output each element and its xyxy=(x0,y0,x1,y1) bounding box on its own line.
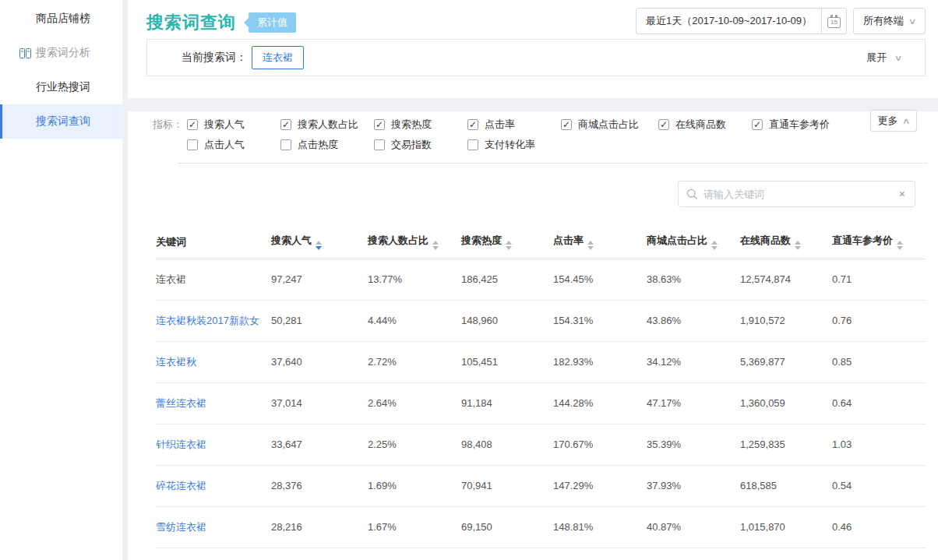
metric-value-cell: 4.44% xyxy=(368,300,461,341)
keyword-link[interactable]: 碎花连衣裙 xyxy=(156,480,206,491)
checkbox-checked-icon[interactable] xyxy=(752,119,763,130)
metric-checkbox-点击人气[interactable]: 点击人气 xyxy=(187,138,280,152)
checkbox-unchecked-icon[interactable] xyxy=(374,139,385,150)
metric-value-cell: 40.87% xyxy=(647,506,740,548)
metric-checkbox-点击热度[interactable]: 点击热度 xyxy=(280,138,374,152)
column-header-label: 直通车参考价 xyxy=(832,234,893,246)
metric-checkbox-搜索人气[interactable]: 搜索人气 xyxy=(187,118,280,132)
metric-value-cell: 37,640 xyxy=(271,341,368,382)
metric-value-cell: 91,184 xyxy=(461,382,553,424)
metric-value-cell: 1,259,835 xyxy=(740,424,832,465)
expand-toggle[interactable]: 展开 ∨ xyxy=(866,51,901,65)
sidebar-item-label: 搜索词分析 xyxy=(36,46,90,60)
sort-icon[interactable] xyxy=(316,241,322,250)
keyword-link[interactable]: 连衣裙秋装2017新款女 xyxy=(156,315,259,326)
column-header-商城点击占比[interactable]: 商城点击占比 xyxy=(647,226,740,259)
checkbox-unchecked-icon[interactable] xyxy=(280,139,291,150)
keywords-table: 关键词搜索人气搜索人数占比搜索热度点击率商城点击占比在线商品数直通车参考价 连衣… xyxy=(156,226,926,548)
table-row: 雪纺连衣裙28,2161.67%69,150148.81%40.87%1,015… xyxy=(156,506,926,548)
sidebar-item-label: 搜索词查询 xyxy=(36,114,90,129)
metric-checkbox-交易指数[interactable]: 交易指数 xyxy=(374,138,467,152)
metric-checkbox-直通车参考价[interactable]: 直通车参考价 xyxy=(752,118,845,132)
column-header-label: 商城点击占比 xyxy=(647,234,707,246)
current-search-word-tag[interactable]: 连衣裙 xyxy=(252,46,304,69)
calendar-button[interactable]: 15 xyxy=(821,9,846,33)
checkbox-checked-icon[interactable] xyxy=(374,119,385,130)
keyword-link[interactable]: 针织连衣裙 xyxy=(156,438,206,450)
checkbox-checked-icon[interactable] xyxy=(658,119,669,130)
sort-icon[interactable] xyxy=(587,241,594,250)
metric-checkbox-搜索人数占比[interactable]: 搜索人数占比 xyxy=(280,118,374,132)
table-row: 碎花连衣裙28,3761.69%70,941147.29%37.93%618,5… xyxy=(156,465,926,506)
metric-label: 点击率 xyxy=(485,118,515,132)
metric-value-cell: 105,451 xyxy=(461,341,553,382)
metric-value-cell: 1,360,059 xyxy=(740,382,832,424)
sidebar-divider xyxy=(122,0,128,560)
keyword-search-input[interactable] xyxy=(704,188,897,200)
column-header-搜索人数占比[interactable]: 搜索人数占比 xyxy=(368,226,461,259)
metric-label: 搜索人气 xyxy=(204,118,245,132)
metric-checkbox-搜索热度[interactable]: 搜索热度 xyxy=(374,118,467,132)
clear-search-icon[interactable]: × xyxy=(897,188,907,200)
checkbox-checked-icon[interactable] xyxy=(280,119,291,130)
metric-checkbox-商城点击占比[interactable]: 商城点击占比 xyxy=(561,118,658,132)
metric-value-cell: 13.77% xyxy=(368,259,461,300)
metric-value-cell: 0.46 xyxy=(832,506,926,548)
column-header-点击率[interactable]: 点击率 xyxy=(553,226,647,259)
sidebar-item-search-word-query[interactable]: 搜索词查询 xyxy=(0,104,122,139)
metric-value-cell: 43.86% xyxy=(647,300,740,341)
metric-value-cell: 2.25% xyxy=(368,424,461,465)
metric-value-cell: 28,376 xyxy=(271,465,368,506)
date-range-picker[interactable]: 最近1天（2017-10-09~2017-10-09） 15 xyxy=(636,8,847,34)
keyword-link[interactable]: 雪纺连衣裙 xyxy=(156,521,206,533)
keyword-link[interactable]: 连衣裙秋 xyxy=(156,356,196,368)
metric-checkbox-支付转化率[interactable]: 支付转化率 xyxy=(467,138,561,152)
sort-icon[interactable] xyxy=(432,241,439,250)
metric-value-cell: 1,910,572 xyxy=(740,300,832,341)
checkbox-checked-icon[interactable] xyxy=(561,119,572,130)
chevron-up-icon: ∧ xyxy=(902,116,911,126)
chevron-down-icon: ∨ xyxy=(908,16,916,26)
checkbox-unchecked-icon[interactable] xyxy=(467,139,478,150)
main-content: 搜索词查询 累计值 最近1天（2017-10-09~2017-10-09） 15… xyxy=(128,0,938,560)
sort-icon[interactable] xyxy=(795,241,801,250)
sort-icon[interactable] xyxy=(506,241,512,250)
sidebar-item-product-shop-rank[interactable]: 商品店铺榜 xyxy=(0,2,122,36)
terminal-select-value: 所有终端 xyxy=(863,14,904,28)
metric-value-cell: 33,647 xyxy=(271,424,368,465)
metric-value-cell: 34.12% xyxy=(647,341,740,382)
sidebar-item-industry-hot-words[interactable]: 行业热搜词 xyxy=(0,70,122,104)
metric-value-cell: 1.69% xyxy=(368,465,461,506)
metric-value-cell: 1.03 xyxy=(832,424,926,465)
sidebar-item-label: 商品店铺榜 xyxy=(36,12,90,26)
keyword-link[interactable]: 蕾丝连衣裙 xyxy=(156,397,206,409)
more-label: 更多 xyxy=(877,114,897,128)
sort-icon[interactable] xyxy=(897,241,903,250)
metric-value-cell: 1.67% xyxy=(368,506,461,548)
sidebar-item-search-word-analysis[interactable]: 搜索词分析 xyxy=(0,36,122,70)
more-button[interactable]: 更多 ∧ xyxy=(870,110,917,132)
checkbox-checked-icon[interactable] xyxy=(187,119,198,130)
metric-value-cell: 186,425 xyxy=(461,259,553,300)
metric-checkbox-点击率[interactable]: 点击率 xyxy=(467,118,561,132)
metric-value-cell: 5,369,877 xyxy=(740,341,832,382)
column-header-搜索热度[interactable]: 搜索热度 xyxy=(461,226,553,259)
metrics-panel: 指标： 搜索人气搜索人数占比搜索热度点击率商城点击占比在线商品数直通车参考价 点… xyxy=(128,111,938,164)
checkbox-checked-icon[interactable] xyxy=(467,119,478,130)
column-header-搜索人气[interactable]: 搜索人气 xyxy=(271,226,368,259)
table-row: 连衣裙秋装2017新款女50,2814.44%148,960154.31%43.… xyxy=(156,300,926,341)
metric-checkbox-在线商品数[interactable]: 在线商品数 xyxy=(658,118,752,132)
column-header-label: 关键词 xyxy=(156,236,186,248)
dotted-separator xyxy=(178,163,927,164)
sort-icon[interactable] xyxy=(711,241,718,250)
terminal-select[interactable]: 所有终端 ∨ xyxy=(853,8,926,34)
column-header-直通车参考价[interactable]: 直通车参考价 xyxy=(832,226,926,259)
calendar-icon: 15 xyxy=(827,17,841,28)
metric-label: 点击人气 xyxy=(204,138,245,152)
metric-label: 搜索人数占比 xyxy=(298,118,358,132)
table-header-row: 关键词搜索人气搜索人数占比搜索热度点击率商城点击占比在线商品数直通车参考价 xyxy=(156,226,926,259)
column-header-在线商品数[interactable]: 在线商品数 xyxy=(740,226,832,259)
current-search-word-label: 当前搜索词： xyxy=(182,51,247,65)
checkbox-unchecked-icon[interactable] xyxy=(187,139,198,150)
table-row: 蕾丝连衣裙37,0142.64%91,184144.28%47.17%1,360… xyxy=(156,382,926,424)
